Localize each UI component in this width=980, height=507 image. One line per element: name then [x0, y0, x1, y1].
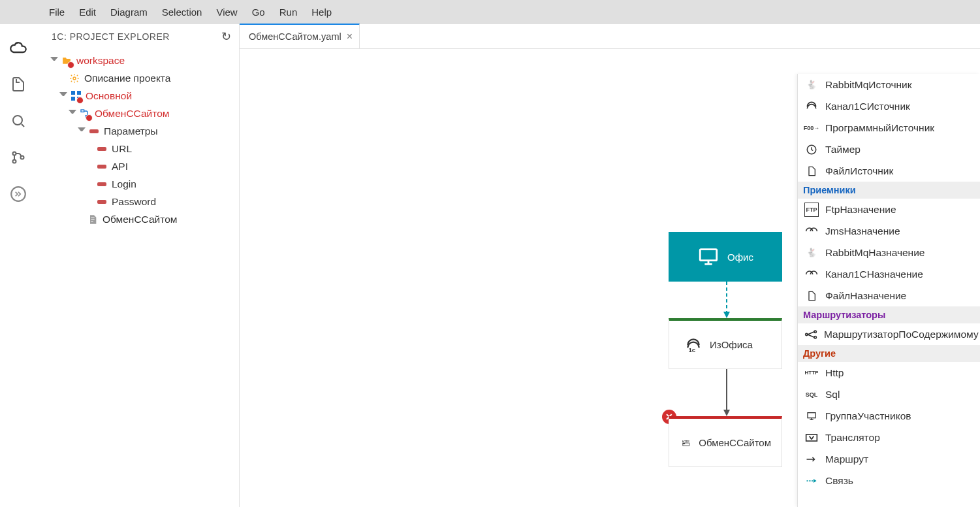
svg-point-1	[12, 152, 16, 155]
svg-rect-26	[806, 434, 817, 441]
palette-channel1c-dest[interactable]: Канал1СНазначение	[798, 263, 980, 285]
palette-route[interactable]: Маршрут	[798, 448, 980, 470]
svg-point-24	[814, 336, 816, 338]
palette-label: МаршрутизаторПоСодержимому	[824, 329, 979, 340]
palette-sql[interactable]: SQLSql	[798, 384, 980, 405]
node-office[interactable]: Офис	[669, 232, 782, 282]
svg-marker-14	[723, 312, 730, 318]
menu-selection[interactable]: Selection	[162, 7, 202, 18]
menu-file[interactable]: File	[49, 7, 65, 18]
param-icon	[88, 125, 100, 137]
project-tree: workspace Описание проекта Основной	[36, 49, 239, 231]
arrow-right-icon	[804, 452, 819, 466]
router-icon	[804, 327, 817, 342]
channel-1c-icon	[804, 267, 819, 282]
menu-view[interactable]: View	[216, 7, 237, 18]
svg-point-5	[73, 77, 76, 80]
source-control-icon[interactable]	[9, 148, 27, 167]
tree-project-desc[interactable]: Описание проекта	[36, 69, 239, 87]
cloud-icon[interactable]	[9, 39, 27, 57]
refresh-icon[interactable]: ↻	[221, 29, 232, 44]
tree-label: Password	[112, 196, 156, 208]
palette-timer[interactable]: Таймер	[798, 139, 980, 160]
tree-label: workspace	[76, 55, 125, 67]
sidebar-header: 1C: PROJECT EXPLORER ↻	[36, 24, 239, 49]
menu-run[interactable]: Run	[279, 7, 298, 18]
svg-rect-25	[808, 412, 815, 417]
monitor-icon	[697, 246, 719, 268]
palette-label: ФайлНазначение	[825, 290, 906, 302]
tab-exchange-yaml[interactable]: ОбменССайтом.yaml ×	[240, 24, 360, 48]
node-obmen-s-saitom[interactable]: HTTP ОбменССайтом	[669, 416, 782, 467]
svg-point-22	[806, 333, 808, 335]
param-icon	[96, 178, 108, 190]
connection-solid	[723, 369, 730, 416]
chevron-down-icon	[78, 127, 86, 135]
palette-jms-dest[interactable]: JmsНазначение	[798, 220, 980, 242]
debug-disabled-icon[interactable]	[9, 185, 27, 203]
svg-rect-9	[77, 97, 81, 101]
palette-ftp-dest[interactable]: FTPFtpНазначение	[798, 199, 980, 220]
palette-translator[interactable]: Транслятор	[798, 427, 980, 448]
tab-label: ОбменССайтом.yaml	[249, 31, 341, 42]
folder-icon	[61, 55, 72, 67]
rabbit-icon: 🐇	[804, 78, 819, 92]
palette-http[interactable]: HTTPHttp	[798, 362, 980, 384]
palette-label: ФайлИсточник	[825, 165, 893, 177]
svg-rect-6	[71, 91, 75, 95]
menu-diagram[interactable]: Diagram	[110, 7, 148, 18]
palette-file-dest[interactable]: ФайлНазначение	[798, 285, 980, 306]
palette-file-source[interactable]: ФайлИсточник	[798, 160, 980, 182]
rabbit-icon: 🐇	[804, 246, 819, 260]
tree-workspace[interactable]: workspace	[36, 52, 239, 69]
jms-icon	[804, 224, 819, 238]
palette-content-router[interactable]: МаршрутизаторПоСодержимому	[798, 323, 980, 345]
palette-category-sinks: Приемники	[798, 182, 980, 199]
sidebar: 1C: PROJECT EXPLORER ↻ workspace Описани…	[36, 24, 240, 507]
file-icon	[804, 164, 819, 178]
svg-rect-7	[77, 91, 81, 95]
palette-link[interactable]: Связь	[798, 470, 980, 491]
palette-group[interactable]: ГруппаУчастников	[798, 405, 980, 427]
arrow-dashed-icon	[804, 474, 819, 488]
tree-exchange[interactable]: ОбменССайтом	[36, 105, 239, 122]
svg-rect-12	[700, 250, 717, 261]
activity-bar	[0, 24, 36, 507]
tree-label: Параметры	[104, 125, 158, 137]
palette-label: FtpНазначение	[825, 204, 896, 216]
http-icon: HTTP	[804, 366, 819, 380]
files-icon[interactable]	[9, 75, 27, 93]
gear-icon	[69, 73, 80, 84]
menu-help[interactable]: Help	[311, 7, 332, 18]
tree-param-url[interactable]: URL	[36, 140, 239, 157]
menu-go[interactable]: Go	[252, 7, 265, 18]
node-label: ИзОфиса	[710, 339, 753, 350]
menu-edit[interactable]: Edit	[79, 7, 96, 18]
svg-rect-10	[81, 110, 84, 112]
tree-label: URL	[112, 143, 132, 155]
palette-rabbitmq-dest[interactable]: 🐇RabbitMqНазначение	[798, 242, 980, 263]
connection-dashed	[723, 282, 730, 318]
menubar: File Edit Diagram Selection View Go Run …	[0, 0, 980, 24]
node-iz-ofisa[interactable]: 1c ИзОфиса	[669, 318, 782, 369]
node-label: ОбменССайтом	[699, 437, 771, 448]
tree-label: API	[112, 161, 128, 172]
svg-marker-17	[723, 410, 730, 416]
palette-label: Канал1СНазначение	[825, 269, 923, 280]
close-icon[interactable]: ×	[347, 31, 353, 42]
tree-param-login[interactable]: Login	[36, 175, 239, 193]
tree-param-password[interactable]: Password	[36, 193, 239, 210]
svg-point-0	[13, 116, 22, 125]
palette-rabbitmq-source[interactable]: 🐇RabbitMqИсточник	[798, 74, 980, 95]
tree-param-api[interactable]: API	[36, 157, 239, 175]
param-icon	[96, 143, 108, 155]
search-icon[interactable]	[9, 112, 27, 130]
tree-exchange-file[interactable]: ОбменССайтом	[36, 210, 239, 228]
tree-main[interactable]: Основной	[36, 87, 239, 105]
palette-label: Маршрут	[825, 453, 868, 465]
palette-program-source[interactable]: F00→ПрограммныйИсточник	[798, 117, 980, 139]
palette-label: ГруппаУчастников	[825, 410, 911, 422]
tree-params[interactable]: Параметры	[36, 122, 239, 140]
diagram-canvas[interactable]: Офис 1c ИзОфиса ✕ HTTP О	[240, 49, 980, 507]
palette-channel1c-source[interactable]: Канал1СИсточник	[798, 95, 980, 117]
